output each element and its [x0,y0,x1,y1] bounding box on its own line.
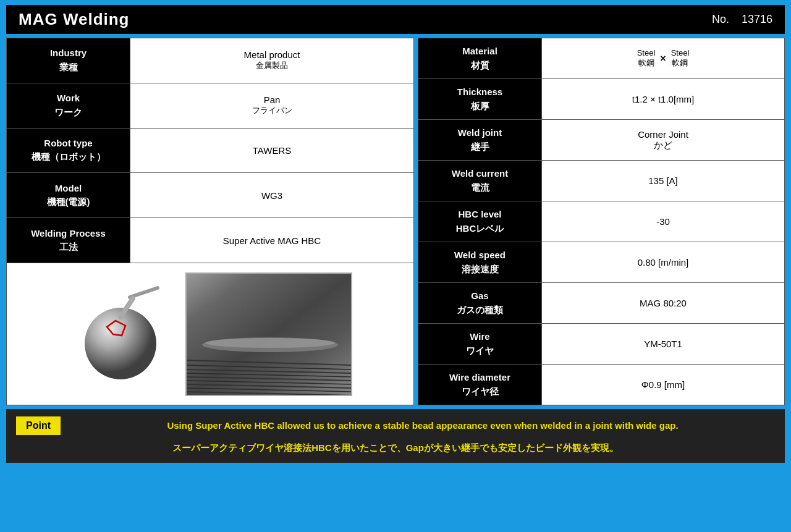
table-row: Welding Process 工法 Super Active MAG HBC [7,218,414,263]
image-row [7,263,414,405]
welding-process-value: Super Active MAG HBC [130,218,414,263]
point-badge: Point [16,416,61,435]
cross-symbol: × [660,53,666,64]
material-1-jp: 軟鋼 [638,57,654,69]
number-value: 13716 [742,13,772,25]
table-row: Work ワーク Pan フライパン [7,83,414,128]
material-2-jp: 軟鋼 [672,57,688,69]
material-value: Steel 軟鋼 × Steel 軟鋼 [542,38,785,79]
material-inner: Steel 軟鋼 × Steel 軟鋼 [544,48,782,69]
wire-diameter-value: Φ0.9 [mm] [542,365,785,405]
gas-label: Gas ガスの種類 [418,283,542,324]
torch-rod [130,288,158,297]
table-row: Robot type 機種（ロボット） TAWERS [7,128,414,173]
table-row: HBC level HBCレベル -30 [418,201,785,242]
table-row: Model 機種(電源) WG3 [7,173,414,218]
table-row: Weld joint 継手 Corner Joint かど [418,120,785,161]
work-label: Work ワーク [7,83,130,128]
table-row: Weld current 電流 135 [A] [418,161,785,201]
material-2: Steel 軟鋼 [671,48,690,69]
svg-point-13 [205,338,335,348]
weld-joint-label: Weld joint 継手 [418,120,542,161]
point-text-english: Using Super Active HBC allowed us to ach… [70,419,775,433]
wire-label: Wire ワイヤ [418,324,542,365]
main-content: Industry 業種 Metal product 金属製品 Work ワーク … [6,38,785,405]
wire-diameter-label: Wire diameter ワイヤ径 [418,365,542,405]
robot-type-label: Robot type 機種（ロボット） [7,128,130,173]
illustration-cell [7,263,414,405]
robot-type-value: TAWERS [130,128,414,173]
material-label: Material 材質 [418,38,542,79]
thickness-label: Thickness 板厚 [418,79,542,120]
weld-photo [185,272,352,396]
weld-illustration [12,268,408,400]
number-label: No. [712,13,729,25]
work-value: Pan フライパン [130,83,414,128]
welding-ball-svg [71,285,170,384]
point-text-japanese: スーパーアクティブワイヤ溶接法HBCを用いたことで、Gapが大きい継手でも安定し… [16,441,775,455]
model-value: WG3 [130,173,414,218]
gas-value: MAG 80:20 [542,283,785,324]
header: MAG Welding No. 13716 [6,5,785,34]
weld-current-label: Weld current 電流 [418,161,542,201]
weld-photo-svg [187,274,352,396]
table-row: Wire diameter ワイヤ径 Φ0.9 [mm] [418,365,785,405]
table-row: Thickness 板厚 t1.2 × t1.0[mm] [418,79,785,120]
table-row: Industry 業種 Metal product 金属製品 [7,38,414,83]
hbc-level-value: -30 [542,201,785,242]
industry-label: Industry 業種 [7,38,130,83]
table-row: Weld speed 溶接速度 0.80 [m/min] [418,242,785,283]
material-2-en: Steel [671,48,690,57]
page-title: MAG Welding [19,10,130,29]
weld-speed-label: Weld speed 溶接速度 [418,242,542,283]
table-row: Material 材質 Steel 軟鋼 × Steel 軟鋼 [418,38,785,79]
material-1-en: Steel [637,48,656,57]
ball-diagram [68,279,173,390]
weld-current-value: 135 [A] [542,161,785,201]
material-1: Steel 軟鋼 [637,48,656,69]
weld-joint-value: Corner Joint かど [542,120,785,161]
model-label: Model 機種(電源) [7,173,130,218]
point-row: Point Using Super Active HBC allowed us … [16,416,775,435]
thickness-value: t1.2 × t1.0[mm] [542,79,785,120]
left-info-table: Industry 業種 Metal product 金属製品 Work ワーク … [6,38,414,405]
wire-value: YM-50T1 [542,324,785,365]
table-row: Wire ワイヤ YM-50T1 [418,324,785,365]
weld-speed-value: 0.80 [m/min] [542,242,785,283]
point-section: Point Using Super Active HBC allowed us … [6,409,785,463]
table-row: Gas ガスの種類 MAG 80:20 [418,283,785,324]
hbc-level-label: HBC level HBCレベル [418,201,542,242]
industry-value: Metal product 金属製品 [130,38,414,83]
welding-process-label: Welding Process 工法 [7,218,130,263]
right-info-table: Material 材質 Steel 軟鋼 × Steel 軟鋼 [418,38,785,405]
document-number: No. 13716 [712,13,772,26]
